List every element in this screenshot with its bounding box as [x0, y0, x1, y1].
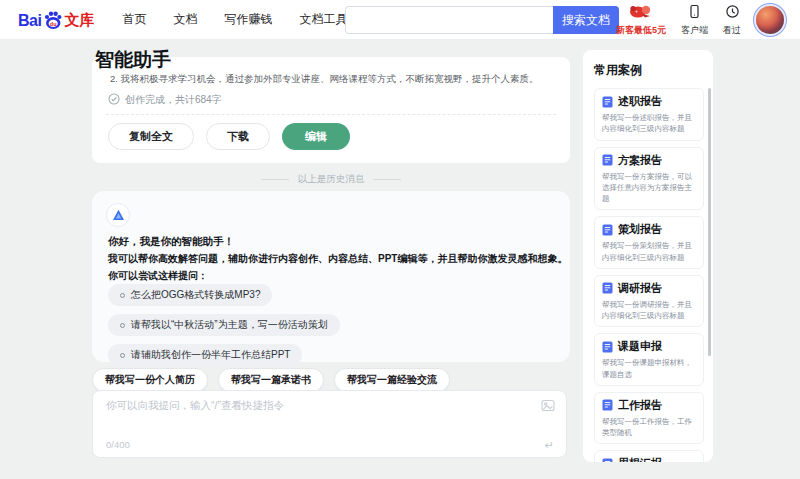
- search-input[interactable]: [345, 6, 553, 34]
- case-desc: 帮我写一份调研报告，并且内容细化到三级内容标题: [602, 299, 696, 322]
- greeting-body: 我可以帮你高效解答问题，辅助你进行内容创作、内容总结、PPT编辑等，并且帮助你激…: [108, 252, 567, 266]
- nav-item[interactable]: 写作赚钱: [224, 11, 272, 28]
- case-header: 方案报告: [602, 153, 696, 168]
- dotted-separator: [106, 114, 556, 115]
- case-title: 课题申报: [618, 339, 662, 354]
- case-card[interactable]: 方案报告 帮我写一份方案报告，可以选择任意内容为方案报告主题: [594, 147, 704, 211]
- navbar-right: 新客最低5元 客户端 看过: [616, 0, 784, 40]
- logo-text-bai: Bai: [18, 12, 41, 30]
- svg-text:du: du: [50, 20, 57, 26]
- doc-icon: [602, 399, 613, 411]
- client-label: 客户端: [681, 24, 708, 37]
- history-actions: 复制全文 下载 编辑: [108, 123, 350, 150]
- prompt-text: 请帮我以“中秋活动”为主题，写一份活动策划: [131, 318, 328, 332]
- quick-chip[interactable]: 帮我写一份个人简历: [92, 368, 208, 392]
- logo-text-wenku: 文库: [64, 11, 94, 30]
- user-avatar[interactable]: [756, 6, 784, 34]
- case-title: 述职报告: [618, 94, 662, 109]
- prompt-bullet-icon: [120, 353, 125, 358]
- case-card[interactable]: 思想汇报 帮我写一份思想汇报: [594, 450, 704, 462]
- case-card[interactable]: 课题申报 帮我写一份课题申报材料，课题自选: [594, 333, 704, 386]
- case-header: 课题申报: [602, 339, 696, 354]
- promo-entry[interactable]: 新客最低5元: [616, 4, 666, 37]
- char-counter: 0/400: [106, 439, 130, 450]
- case-title: 思想汇报: [618, 456, 662, 462]
- prompt-pill[interactable]: 怎么把OGG格式转换成MP3?: [108, 284, 272, 306]
- case-title: 工作报告: [618, 398, 662, 413]
- assistant-avatar: [106, 203, 130, 227]
- doc-icon: [602, 341, 613, 353]
- baidu-logo[interactable]: Bai du 文库: [18, 10, 94, 30]
- case-header: 调研报告: [602, 281, 696, 296]
- case-card[interactable]: 策划报告 帮我写一份策划报告，并且内容细化到三级内容标题: [594, 216, 704, 269]
- generation-status: 创作完成，共计684字: [108, 93, 222, 107]
- search-bar: 搜索文档: [345, 6, 619, 34]
- doc-icon: [602, 154, 613, 166]
- enter-icon[interactable]: ↵: [545, 439, 554, 452]
- case-card[interactable]: 工作报告 帮我写一份工作报告，工作类型随机: [594, 392, 704, 445]
- case-title: 方案报告: [618, 153, 662, 168]
- viewed-entry[interactable]: 看过: [723, 4, 741, 37]
- doc-icon: [602, 282, 613, 294]
- nav-item[interactable]: 首页: [122, 11, 146, 28]
- composer: 0/400 ↵: [92, 390, 567, 458]
- case-card[interactable]: 调研报告 帮我写一份调研报告，并且内容细化到三级内容标题: [594, 275, 704, 328]
- case-desc: 帮我写一份工作报告，工作类型随机: [602, 416, 696, 439]
- quick-chip[interactable]: 帮我写一篇承诺书: [218, 368, 324, 392]
- download-button[interactable]: 下载: [206, 123, 270, 150]
- baidu-wenku-page: Bai du 文库 首页 文档 写作赚钱 文档工具 更多 搜索文档: [0, 0, 800, 479]
- greeting-hint: 你可以尝试这样提问：: [108, 269, 208, 283]
- case-desc: 帮我写一份课题申报材料，课题自选: [602, 357, 696, 380]
- assistant-logo-icon: [112, 209, 125, 221]
- case-desc: 帮我写一份方案报告，可以选择任意内容为方案报告主题: [602, 171, 696, 205]
- phone-icon: [687, 4, 702, 23]
- divider-line: [373, 179, 401, 180]
- status-text: 创作完成，共计684字: [125, 93, 222, 107]
- composer-input[interactable]: [106, 399, 526, 431]
- history-divider: 以上是历史消息: [92, 173, 570, 186]
- edit-button[interactable]: 编辑: [282, 123, 350, 150]
- common-cases-panel: 常用案例 述职报告 帮我写一份述职报告，并且内容细化到三级内容标题 方案报告 帮…: [583, 50, 713, 462]
- client-entry[interactable]: 客户端: [681, 4, 708, 37]
- case-header: 思想汇报: [602, 456, 696, 462]
- divider-line: [261, 179, 289, 180]
- prompt-bullet-icon: [120, 293, 125, 298]
- history-generated-text: 2. 我将积极寻求学习机会，通过参加外部专业讲座、网络课程等方式，不断拓宽视野，…: [110, 73, 556, 86]
- prompt-text: 怎么把OGG格式转换成MP3?: [131, 288, 260, 302]
- doc-icon: [602, 224, 613, 236]
- promo-icon: [626, 4, 656, 23]
- nav-item[interactable]: 文档工具: [299, 11, 347, 28]
- prompt-pill[interactable]: 请辅助我创作一份半年工作总结PPT: [108, 344, 302, 366]
- assistant-message: 你好，我是你的智能助手！ 我可以帮你高效解答问题，辅助你进行内容创作、内容总结、…: [92, 191, 570, 362]
- image-upload-icon[interactable]: [541, 399, 555, 412]
- quick-chip[interactable]: 帮我写一篇经验交流: [334, 368, 450, 392]
- baidu-paw-icon: du: [43, 10, 63, 30]
- case-title: 策划报告: [618, 222, 662, 237]
- sidebar-title: 常用案例: [594, 62, 704, 79]
- sidebar-scrollbar[interactable]: [708, 88, 711, 356]
- case-header: 工作报告: [602, 398, 696, 413]
- viewed-label: 看过: [723, 24, 741, 37]
- case-desc: 帮我写一份述职报告，并且内容细化到三级内容标题: [602, 112, 696, 135]
- greeting-title: 你好，我是你的智能助手！: [108, 235, 234, 249]
- page-title: 智能助手: [95, 47, 171, 73]
- case-card[interactable]: 述职报告 帮我写一份述职报告，并且内容细化到三级内容标题: [594, 88, 704, 141]
- copy-all-button[interactable]: 复制全文: [108, 123, 194, 150]
- doc-icon: [602, 458, 613, 462]
- prompt-bullet-icon: [120, 323, 125, 328]
- case-desc: 帮我写一份策划报告，并且内容细化到三级内容标题: [602, 240, 696, 263]
- check-circle-icon: [108, 93, 120, 107]
- nav-item[interactable]: 文档: [173, 11, 197, 28]
- prompt-text: 请辅助我创作一份半年工作总结PPT: [131, 348, 290, 362]
- doc-icon: [602, 96, 613, 108]
- example-prompts: 怎么把OGG格式转换成MP3? 请帮我以“中秋活动”为主题，写一份活动策划 请辅…: [108, 284, 340, 366]
- prompt-pill[interactable]: 请帮我以“中秋活动”为主题，写一份活动策划: [108, 314, 340, 336]
- promo-label: 新客最低5元: [616, 24, 666, 37]
- case-header: 策划报告: [602, 222, 696, 237]
- divider-label: 以上是历史消息: [298, 173, 365, 186]
- clock-icon: [725, 4, 740, 23]
- search-button[interactable]: 搜索文档: [553, 6, 619, 34]
- case-title: 调研报告: [618, 281, 662, 296]
- top-navbar: Bai du 文库 首页 文档 写作赚钱 文档工具 更多 搜索文档: [0, 0, 800, 40]
- case-header: 述职报告: [602, 94, 696, 109]
